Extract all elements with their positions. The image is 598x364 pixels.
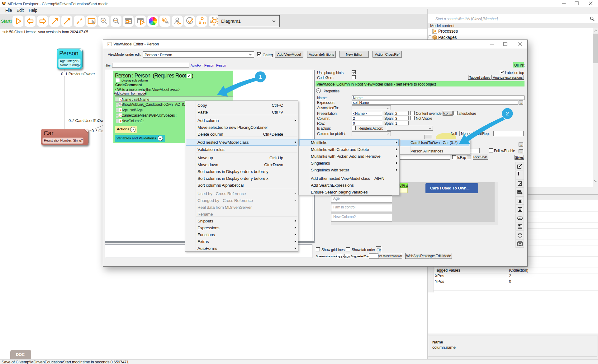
svg-text:btn: btn (519, 217, 521, 219)
